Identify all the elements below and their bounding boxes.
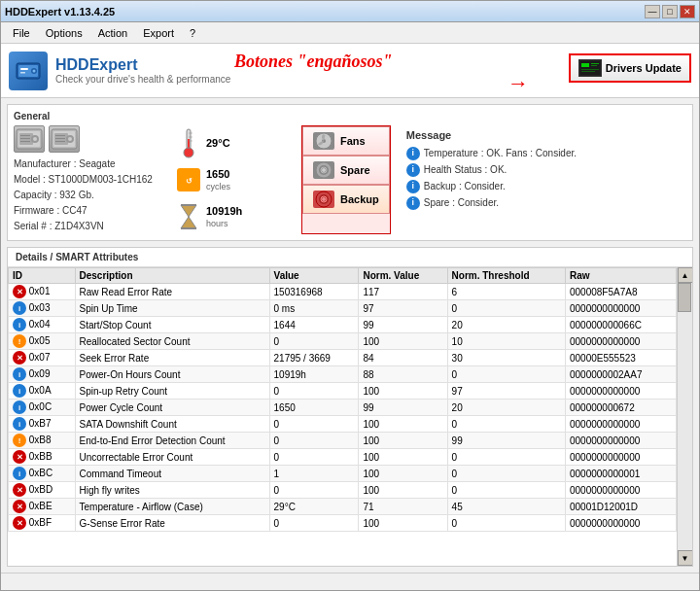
message-title: Message xyxy=(406,129,679,141)
drivers-update-button[interactable]: Drivers Update xyxy=(569,53,691,83)
hdd-icon-1 xyxy=(14,125,45,153)
cell-id: ✕ 0x01 xyxy=(9,284,76,300)
svg-rect-28 xyxy=(55,141,65,142)
message-3: i Backup : Consider. xyxy=(406,178,679,194)
app-title: HDDExpert xyxy=(55,56,230,74)
cell-id: i 0xBC xyxy=(9,466,76,482)
menu-file[interactable]: File xyxy=(5,25,38,41)
annotation-text: Botones "engañosos" xyxy=(234,52,393,72)
cell-norm: 99 xyxy=(359,317,447,333)
col-desc: Description xyxy=(75,268,269,284)
drive-info: Manufacturer : Seagate Model : ST1000DM0… xyxy=(14,125,169,234)
cycles-value: 1650 xyxy=(206,168,229,180)
cell-desc: Power Cycle Count xyxy=(75,400,269,416)
fans-label: Fans xyxy=(340,135,366,147)
cell-raw: 000000000672 xyxy=(566,400,677,416)
svg-rect-8 xyxy=(581,63,589,67)
fans-icon xyxy=(313,132,334,150)
scroll-up[interactable]: ▲ xyxy=(678,267,693,283)
cell-value: 1650 xyxy=(269,400,359,416)
scroll-down[interactable]: ▼ xyxy=(678,550,693,566)
model: Model : ST1000DM003-1CH162 xyxy=(14,172,169,188)
status-icon: ! xyxy=(13,434,26,447)
smart-table-scroll[interactable]: ID Description Value Norm. Value Norm. T… xyxy=(8,267,677,566)
cell-id: i 0x03 xyxy=(9,300,76,317)
cell-norm: 71 xyxy=(359,499,447,515)
cycles-info: 1650 cycles xyxy=(206,168,230,191)
svg-rect-5 xyxy=(20,72,25,74)
message-text-4: Spare : Consider. xyxy=(424,194,499,211)
status-icon: ! xyxy=(13,334,26,348)
svg-rect-18 xyxy=(20,135,30,136)
main-window: HDDExpert v1.13.4.25 — □ ✕ File Options … xyxy=(0,0,700,591)
temp-row: 29°C xyxy=(177,131,294,155)
message-4: i Spare : Consider. xyxy=(406,194,679,211)
backup-icon xyxy=(313,191,334,208)
title-bar: HDDExpert v1.13.4.25 — □ ✕ xyxy=(1,1,699,22)
svg-rect-9 xyxy=(591,63,599,64)
col-norm: Norm. Value xyxy=(359,268,447,284)
smart-section: Details / SMART Attributes ID Descriptio… xyxy=(7,247,693,567)
smart-table: ID Description Value Norm. Value Norm. T… xyxy=(8,267,677,532)
status-icon: ✕ xyxy=(13,516,26,530)
info-icon-2: i xyxy=(406,163,420,177)
cell-raw: 000000000066C xyxy=(566,317,677,333)
menu-help[interactable]: ? xyxy=(182,25,203,41)
svg-marker-37 xyxy=(181,205,196,217)
table-container: ID Description Value Norm. Value Norm. T… xyxy=(8,267,692,566)
scroll-track[interactable] xyxy=(678,283,692,550)
menu-options[interactable]: Options xyxy=(38,25,90,41)
menu-action[interactable]: Action xyxy=(90,25,136,41)
cell-raw: 0000000000000 xyxy=(566,300,677,317)
hourglass-icon xyxy=(177,205,200,228)
col-id: ID xyxy=(9,268,76,284)
cell-threshold: 0 xyxy=(447,366,565,383)
general-section: General xyxy=(7,104,693,241)
close-button[interactable]: ✕ xyxy=(680,5,695,18)
info-icon-3: i xyxy=(406,180,420,193)
general-label: General xyxy=(14,111,686,122)
status-icon: i xyxy=(13,384,26,398)
menu-export[interactable]: Export xyxy=(135,25,182,41)
svg-rect-11 xyxy=(581,69,599,70)
cell-norm: 84 xyxy=(359,350,447,366)
status-icon: i xyxy=(13,417,26,431)
svg-rect-40 xyxy=(181,227,196,229)
scrollbar[interactable]: ▲ ▼ xyxy=(677,267,692,566)
backup-label: Backup xyxy=(340,193,379,205)
cell-desc: End-to-End Error Detection Count xyxy=(75,433,269,449)
cell-value: 10919h xyxy=(269,366,359,383)
fans-button[interactable]: Fans xyxy=(302,126,390,156)
cell-threshold: 0 xyxy=(447,482,565,499)
cell-desc: Uncorrectable Error Count xyxy=(75,449,269,466)
status-icon: ✕ xyxy=(13,285,26,298)
cell-norm: 100 xyxy=(359,482,447,499)
cell-id: ✕ 0xBF xyxy=(9,515,76,532)
svg-point-25 xyxy=(68,137,72,141)
table-row: i 0xBC Command Timeout 1 100 0 000000000… xyxy=(9,466,677,482)
cell-threshold: 45 xyxy=(447,499,565,515)
cell-value: 29°C xyxy=(269,499,359,515)
backup-button[interactable]: Backup xyxy=(302,185,390,214)
message-text-3: Backup : Consider. xyxy=(424,178,506,194)
cell-norm: 99 xyxy=(359,400,447,416)
status-bar xyxy=(1,573,699,590)
cycles-icon: ↺ xyxy=(177,168,200,191)
spare-button[interactable]: Spare xyxy=(302,156,390,185)
drivers-update-label: Drivers Update xyxy=(606,62,682,74)
svg-rect-20 xyxy=(20,141,30,142)
maximize-button[interactable]: □ xyxy=(662,5,678,18)
svg-rect-4 xyxy=(20,68,28,70)
cell-norm: 100 xyxy=(359,449,447,466)
cell-desc: Start/Stop Count xyxy=(75,317,269,333)
spare-icon xyxy=(313,161,334,179)
minimize-button[interactable]: — xyxy=(645,5,660,18)
svg-rect-19 xyxy=(20,138,30,139)
status-icon: i xyxy=(13,467,26,480)
hours-label: hours xyxy=(206,219,228,228)
cell-id: i 0x04 xyxy=(9,317,76,333)
message-1: i Temperature : OK. Fans : Consider. xyxy=(406,145,679,161)
table-row: ✕ 0xBE Temperature - Airflow (Case) 29°C… xyxy=(9,499,677,515)
scroll-thumb[interactable] xyxy=(678,283,691,312)
header-bar: HDDExpert Check your drive's health & pe… xyxy=(1,44,699,98)
